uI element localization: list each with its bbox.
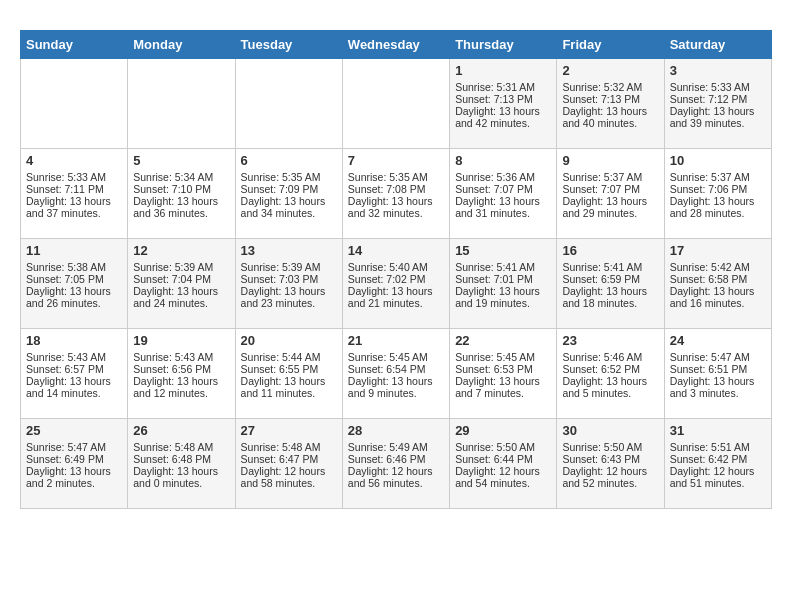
day-info: Sunset: 6:46 PM [348, 453, 444, 465]
calendar-cell: 22Sunrise: 5:45 AMSunset: 6:53 PMDayligh… [450, 329, 557, 419]
day-info: Daylight: 13 hours [562, 195, 658, 207]
day-info: Daylight: 13 hours [348, 285, 444, 297]
calendar-cell: 31Sunrise: 5:51 AMSunset: 6:42 PMDayligh… [664, 419, 771, 509]
day-info: Daylight: 13 hours [133, 465, 229, 477]
calendar-cell: 15Sunrise: 5:41 AMSunset: 7:01 PMDayligh… [450, 239, 557, 329]
calendar-week-row: 1Sunrise: 5:31 AMSunset: 7:13 PMDaylight… [21, 59, 772, 149]
calendar-cell: 3Sunrise: 5:33 AMSunset: 7:12 PMDaylight… [664, 59, 771, 149]
day-info: and 34 minutes. [241, 207, 337, 219]
day-number: 21 [348, 333, 444, 348]
day-info: Daylight: 13 hours [241, 375, 337, 387]
calendar-week-row: 25Sunrise: 5:47 AMSunset: 6:49 PMDayligh… [21, 419, 772, 509]
day-info: and 2 minutes. [26, 477, 122, 489]
day-info: and 54 minutes. [455, 477, 551, 489]
day-info: Daylight: 12 hours [241, 465, 337, 477]
weekday-header: Sunday [21, 31, 128, 59]
day-info: Sunset: 7:08 PM [348, 183, 444, 195]
day-number: 7 [348, 153, 444, 168]
day-info: Daylight: 13 hours [670, 285, 766, 297]
day-info: Daylight: 13 hours [455, 195, 551, 207]
day-info: and 14 minutes. [26, 387, 122, 399]
day-number: 22 [455, 333, 551, 348]
day-info: Daylight: 13 hours [455, 375, 551, 387]
weekday-header: Thursday [450, 31, 557, 59]
day-number: 5 [133, 153, 229, 168]
day-info: Sunset: 7:04 PM [133, 273, 229, 285]
day-info: and 51 minutes. [670, 477, 766, 489]
day-number: 20 [241, 333, 337, 348]
day-info: Sunset: 6:44 PM [455, 453, 551, 465]
calendar-cell: 27Sunrise: 5:48 AMSunset: 6:47 PMDayligh… [235, 419, 342, 509]
day-info: and 19 minutes. [455, 297, 551, 309]
calendar-cell: 23Sunrise: 5:46 AMSunset: 6:52 PMDayligh… [557, 329, 664, 419]
day-info: Sunrise: 5:50 AM [562, 441, 658, 453]
day-info: Daylight: 12 hours [455, 465, 551, 477]
day-info: and 24 minutes. [133, 297, 229, 309]
day-info: Sunrise: 5:42 AM [670, 261, 766, 273]
day-number: 17 [670, 243, 766, 258]
day-info: and 29 minutes. [562, 207, 658, 219]
day-info: Sunset: 7:07 PM [455, 183, 551, 195]
day-info: Daylight: 13 hours [562, 375, 658, 387]
calendar-week-row: 11Sunrise: 5:38 AMSunset: 7:05 PMDayligh… [21, 239, 772, 329]
day-info: and 11 minutes. [241, 387, 337, 399]
calendar-cell: 13Sunrise: 5:39 AMSunset: 7:03 PMDayligh… [235, 239, 342, 329]
day-info: Daylight: 13 hours [455, 285, 551, 297]
day-info: Sunset: 7:09 PM [241, 183, 337, 195]
day-info: Sunrise: 5:32 AM [562, 81, 658, 93]
weekday-header: Monday [128, 31, 235, 59]
calendar-cell: 30Sunrise: 5:50 AMSunset: 6:43 PMDayligh… [557, 419, 664, 509]
day-info: Sunset: 6:49 PM [26, 453, 122, 465]
day-info: Sunrise: 5:47 AM [26, 441, 122, 453]
day-number: 13 [241, 243, 337, 258]
calendar-cell [21, 59, 128, 149]
day-info: and 0 minutes. [133, 477, 229, 489]
day-number: 16 [562, 243, 658, 258]
calendar-cell: 11Sunrise: 5:38 AMSunset: 7:05 PMDayligh… [21, 239, 128, 329]
day-info: Sunrise: 5:40 AM [348, 261, 444, 273]
day-info: Daylight: 13 hours [348, 195, 444, 207]
calendar-cell: 18Sunrise: 5:43 AMSunset: 6:57 PMDayligh… [21, 329, 128, 419]
calendar-cell: 4Sunrise: 5:33 AMSunset: 7:11 PMDaylight… [21, 149, 128, 239]
calendar-cell: 9Sunrise: 5:37 AMSunset: 7:07 PMDaylight… [557, 149, 664, 239]
calendar-cell: 8Sunrise: 5:36 AMSunset: 7:07 PMDaylight… [450, 149, 557, 239]
day-number: 10 [670, 153, 766, 168]
calendar-cell: 17Sunrise: 5:42 AMSunset: 6:58 PMDayligh… [664, 239, 771, 329]
day-info: Sunrise: 5:37 AM [670, 171, 766, 183]
day-info: Sunrise: 5:36 AM [455, 171, 551, 183]
day-info: Sunrise: 5:41 AM [455, 261, 551, 273]
calendar-cell: 19Sunrise: 5:43 AMSunset: 6:56 PMDayligh… [128, 329, 235, 419]
calendar-cell [235, 59, 342, 149]
day-info: Sunset: 7:05 PM [26, 273, 122, 285]
calendar-cell: 12Sunrise: 5:39 AMSunset: 7:04 PMDayligh… [128, 239, 235, 329]
calendar-week-row: 4Sunrise: 5:33 AMSunset: 7:11 PMDaylight… [21, 149, 772, 239]
day-info: Sunrise: 5:35 AM [241, 171, 337, 183]
day-info: Sunset: 7:11 PM [26, 183, 122, 195]
day-info: Daylight: 13 hours [670, 105, 766, 117]
calendar-cell: 29Sunrise: 5:50 AMSunset: 6:44 PMDayligh… [450, 419, 557, 509]
day-info: and 5 minutes. [562, 387, 658, 399]
day-info: Sunset: 6:54 PM [348, 363, 444, 375]
day-info: and 42 minutes. [455, 117, 551, 129]
calendar-cell: 2Sunrise: 5:32 AMSunset: 7:13 PMDaylight… [557, 59, 664, 149]
day-info: Sunrise: 5:48 AM [133, 441, 229, 453]
calendar-week-row: 18Sunrise: 5:43 AMSunset: 6:57 PMDayligh… [21, 329, 772, 419]
day-info: and 36 minutes. [133, 207, 229, 219]
day-number: 19 [133, 333, 229, 348]
calendar-header-row: SundayMondayTuesdayWednesdayThursdayFrid… [21, 31, 772, 59]
day-info: Daylight: 13 hours [241, 195, 337, 207]
day-info: Sunset: 7:03 PM [241, 273, 337, 285]
calendar-cell: 6Sunrise: 5:35 AMSunset: 7:09 PMDaylight… [235, 149, 342, 239]
day-info: Daylight: 13 hours [26, 465, 122, 477]
day-info: Sunset: 7:01 PM [455, 273, 551, 285]
day-info: and 3 minutes. [670, 387, 766, 399]
day-info: Daylight: 13 hours [133, 195, 229, 207]
day-info: Sunrise: 5:51 AM [670, 441, 766, 453]
day-info: and 37 minutes. [26, 207, 122, 219]
day-info: Sunrise: 5:38 AM [26, 261, 122, 273]
day-info: Sunset: 6:59 PM [562, 273, 658, 285]
day-info: and 39 minutes. [670, 117, 766, 129]
day-number: 4 [26, 153, 122, 168]
calendar-cell: 25Sunrise: 5:47 AMSunset: 6:49 PMDayligh… [21, 419, 128, 509]
day-info: Sunrise: 5:41 AM [562, 261, 658, 273]
